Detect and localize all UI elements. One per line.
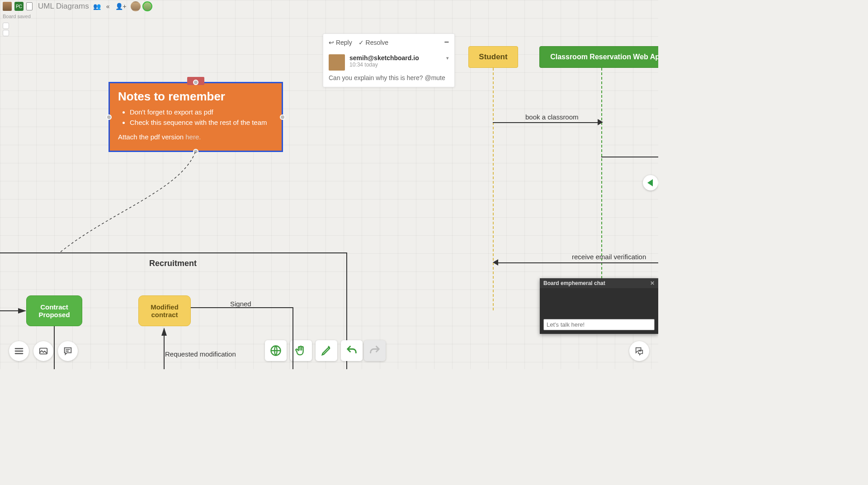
- sequence-arrow-book[interactable]: [493, 122, 600, 123]
- resize-handle-bottom[interactable]: [193, 149, 198, 154]
- board-title: UML Diagrams: [38, 2, 89, 11]
- chat-panel: Board emphemeral chat ✕: [540, 278, 658, 334]
- resolve-label: Resolve: [366, 39, 389, 46]
- undo-button[interactable]: [341, 340, 363, 361]
- user-badge-pc[interactable]: PC: [14, 2, 24, 11]
- sequence-actor-student[interactable]: Student: [468, 46, 518, 68]
- team-icon[interactable]: 👥: [92, 3, 102, 10]
- transition-label-requested: Requested modification: [165, 350, 236, 358]
- sequence-label-book: book a classroom: [525, 113, 579, 121]
- user-avatar[interactable]: [3, 2, 12, 11]
- sequence-label-receive: receive email verification: [572, 253, 646, 261]
- menu-toggle-button[interactable]: [9, 341, 29, 361]
- presence-avatar-active[interactable]: [142, 1, 152, 11]
- comment-author: semih@sketchboard.io: [349, 54, 419, 62]
- sequence-actor-app[interactable]: Classroom Reservation Web App: [539, 46, 658, 68]
- side-panel-toggle[interactable]: [643, 175, 658, 190]
- comment-icon: [63, 346, 73, 356]
- resolve-button[interactable]: ✓ Resolve: [359, 39, 388, 46]
- hand-icon: [295, 344, 307, 357]
- sequence-arrow-receive[interactable]: [498, 262, 658, 263]
- comment-avatar: [329, 54, 345, 71]
- note-attach-line: Attach the pdf version here.: [118, 133, 274, 141]
- lifeline-student: [493, 68, 494, 310]
- note-bullet: Don't forget to export as pdf: [130, 107, 274, 118]
- collapse-left-icon[interactable]: «: [105, 3, 111, 10]
- chat-body: [540, 288, 658, 316]
- zoom-in-button[interactable]: [3, 23, 9, 29]
- add-user-icon[interactable]: 👤+: [114, 3, 128, 10]
- state-modified-contract[interactable]: Modified contract: [138, 295, 191, 326]
- transition-label-signed: Signed: [230, 300, 251, 308]
- top-bar: PC UML Diagrams 👥 « 👤+: [0, 0, 658, 13]
- note-title: Notes to remember: [118, 90, 274, 104]
- arrow-head-right-icon: [598, 119, 603, 125]
- chat-close-icon[interactable]: ✕: [650, 280, 655, 286]
- triangle-left-icon: [647, 179, 653, 186]
- hand-tool-button[interactable]: [290, 340, 312, 361]
- redo-icon: [368, 344, 381, 357]
- chat-input[interactable]: [543, 319, 655, 330]
- arrow-head-left-icon: [493, 259, 498, 266]
- pencil-icon: [320, 344, 333, 357]
- zoom-control[interactable]: [3, 23, 9, 36]
- recruitment-title: Recruitment: [149, 259, 197, 268]
- comment-menu-caret-icon[interactable]: ▾: [446, 55, 449, 61]
- zoom-out-button[interactable]: [3, 30, 9, 36]
- globe-tool-button[interactable]: [265, 340, 287, 361]
- chat-title: Board emphemeral chat: [543, 280, 605, 286]
- resize-handle-left[interactable]: [106, 114, 112, 120]
- lifeline-app: [601, 68, 602, 310]
- note-bullet: Check this sequence with the rest of the…: [130, 118, 274, 128]
- state-contract-proposed[interactable]: Contract Proposed: [26, 295, 82, 326]
- presence-avatar[interactable]: [131, 1, 141, 11]
- comment-tool-button[interactable]: [58, 341, 78, 361]
- image-tool-button[interactable]: [33, 341, 53, 361]
- undo-icon: [345, 344, 358, 357]
- resize-handle-right[interactable]: [280, 114, 285, 120]
- note-attach-link[interactable]: here.: [185, 133, 201, 141]
- reply-button[interactable]: ↩ Reply: [329, 39, 352, 46]
- resize-handle-top[interactable]: [193, 80, 198, 85]
- reply-label: Reply: [336, 39, 352, 46]
- save-status: Board saved: [3, 14, 31, 19]
- note-attach-text: Attach the pdf version: [118, 133, 185, 141]
- pencil-tool-button[interactable]: [316, 340, 337, 361]
- note-card[interactable]: Notes to remember Don't forget to export…: [108, 82, 283, 152]
- document-icon[interactable]: [26, 2, 33, 10]
- minimize-icon[interactable]: −: [444, 38, 449, 47]
- image-icon: [38, 346, 48, 356]
- comment-message: Can you explain why this is here? @mute: [329, 74, 449, 81]
- chat-toggle-button[interactable]: [629, 341, 649, 361]
- chat-bubble-icon: [634, 346, 644, 356]
- note-bullet-list: Don't forget to export as pdf Check this…: [118, 107, 274, 128]
- menu-icon: [14, 346, 24, 356]
- globe-icon: [269, 344, 282, 357]
- comment-timestamp: 10:34 today: [349, 62, 449, 68]
- sequence-arrow-out[interactable]: [601, 157, 658, 157]
- presence-list: [131, 1, 152, 11]
- comment-popover: ↩ Reply ✓ Resolve − semih@sketchboard.io…: [323, 33, 455, 87]
- redo-button: [364, 340, 386, 361]
